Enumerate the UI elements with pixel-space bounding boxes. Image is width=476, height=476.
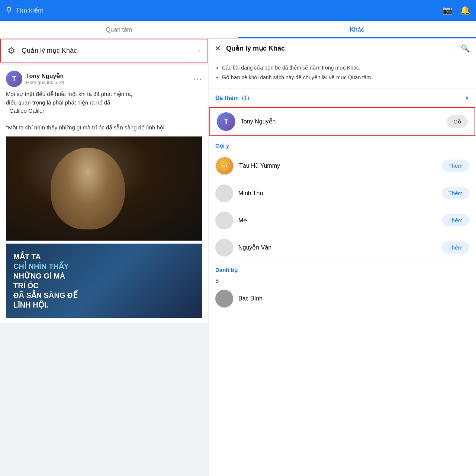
post-time: Hôm qua lúc 5:28 [26,80,64,85]
added-section-label: Đã thêm [215,95,239,101]
post-author-name: Tony Nguyễn [26,73,64,80]
right-panel: ✕ Quản lý mục Khác 🔍 Các bài đăng của bạ… [208,39,476,476]
search-area[interactable]: ⚲ [6,6,438,15]
post-image-galileo [6,136,202,241]
info-list: Các bài đăng của bạn bè đã thêm sẽ nằm t… [215,64,469,82]
bac-binh-row: Bác Bình [209,285,476,312]
collapse-icon[interactable]: ∧ [464,94,469,102]
me-avatar [215,212,233,229]
top-bar-icons: 📷 🔔 [443,6,470,15]
search-input[interactable] [16,7,83,15]
nguyen-van-avatar [215,239,233,257]
added-section-count: (1) [242,95,250,101]
tau-hu-name: Tàu Hũ Yummy [239,163,437,169]
post-more-icon[interactable]: ··· [193,74,202,84]
left-panel: ⚙ Quản lý mục Khác › T Tony Nguyễn Hôm q… [0,39,208,476]
image-plus-icon[interactable]: 📷 [443,6,453,15]
suggestion-row-3: Nguyễn Văn Thêm [209,234,476,261]
suggestion-row-2: Mẹ Thêm [209,207,476,234]
minh-thu-name: Minh Thu [238,190,437,197]
contacts-label: Danh bạ [215,267,238,273]
post-card: T Tony Nguyễn Hôm qua lúc 5:28 ··· Mọi s… [0,65,208,323]
tony-avatar: T [217,112,235,131]
me-name: Mẹ [238,217,437,224]
tab-quan-tam[interactable]: Quan tâm [0,21,238,38]
added-section-title-group: Đã thêm (1) [215,95,249,102]
suggest-label: Gợi ý [215,142,229,149]
blue-image-text: MẮT TA chỉ nhìn thấy những gì mà TRÍ ÓC … [13,252,78,310]
manage-khac-item[interactable]: ⚙ Quản lý mục Khác › [0,39,208,62]
bac-binh-avatar [215,290,233,308]
avatar: T [6,71,22,87]
info-bullet-2: Gỡ bạn bè khỏi danh sách này để chuyển l… [222,73,469,81]
avatar-placeholder: T [6,71,22,87]
tau-hu-avatar: 🍮 [215,157,234,175]
bac-binh-name: Bác Bình [238,295,469,302]
minh-thu-avatar [215,184,233,202]
suggestion-row-1: Minh Thu Thêm [209,180,476,207]
suggest-header: Gợi ý [209,137,476,152]
add-button-3[interactable]: Thêm [442,241,469,254]
post-header: T Tony Nguyễn Hôm qua lúc 5:28 ··· [6,71,202,87]
info-box: Các bài đăng của bạn bè đã thêm sẽ nằm t… [209,58,476,89]
contact-letter-b: B [209,275,476,285]
info-bullet-1: Các bài đăng của bạn bè đã thêm sẽ nằm t… [222,64,469,72]
bell-icon[interactable]: 🔔 [460,6,470,15]
chevron-right-icon: › [199,47,201,55]
added-section-header[interactable]: Đã thêm (1) ∧ [209,89,476,106]
tab-khac[interactable]: Khác [238,21,476,38]
nguyen-van-name: Nguyễn Văn [238,244,437,251]
add-button-2[interactable]: Thêm [442,214,469,226]
add-button-0[interactable]: Thêm [442,160,469,172]
post-text: Mọi sự thật đều dễ hiểu một khi ta đã ph… [6,90,202,132]
search-icon: ⚲ [6,6,12,15]
tabs: Quan tâm Khác [0,21,476,39]
manage-khac-label: Quản lý mục Khác [22,46,199,55]
post-image-blue: MẮT TA chỉ nhìn thấy những gì mà TRÍ ÓC … [6,244,202,318]
gear-icon: ⚙ [7,45,16,56]
suggestion-row-0: 🍮 Tàu Hũ Yummy Thêm [209,152,476,180]
tau-hu-avatar-inner: 🍮 [216,157,233,174]
right-panel-title: Quản lý mục Khác [226,44,456,52]
contacts-section: Danh bạ [209,261,476,275]
tony-nguyen-row: T Tony Nguyễn Gỡ [209,107,475,136]
post-user: T Tony Nguyễn Hôm qua lúc 5:28 [6,71,64,87]
post-user-info: Tony Nguyễn Hôm qua lúc 5:28 [26,73,64,85]
right-header: ✕ Quản lý mục Khác 🔍 [209,39,476,58]
add-button-1[interactable]: Thêm [442,187,469,199]
close-button[interactable]: ✕ [215,44,221,53]
top-bar: ⚲ 📷 🔔 [0,0,476,21]
right-search-icon[interactable]: 🔍 [461,44,470,53]
tony-nguyen-name: Tony Nguyễn [241,118,441,125]
go-button[interactable]: Gỡ [447,115,468,128]
main-layout: ⚙ Quản lý mục Khác › T Tony Nguyễn Hôm q… [0,39,476,476]
